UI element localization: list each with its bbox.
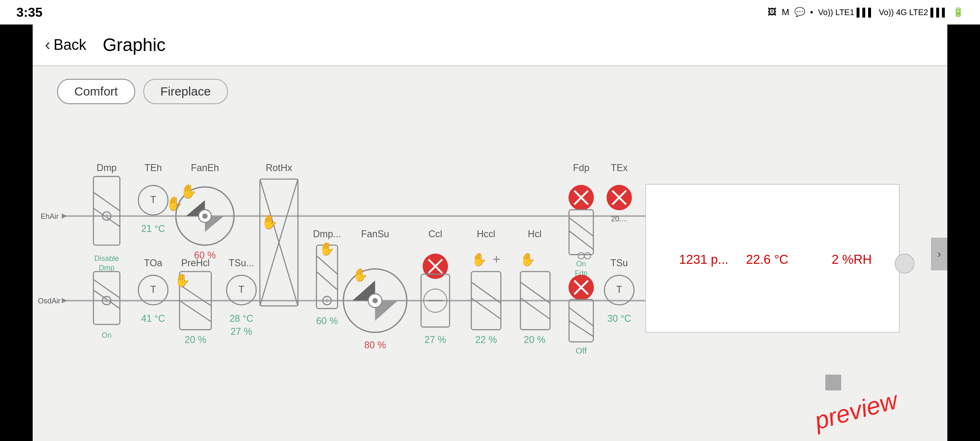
signal-lte2: Vo)) 4G LTE2 ▌▌▌: [879, 8, 948, 17]
hccl-value: 22 %: [475, 334, 497, 345]
small-scroll-indicator: [825, 374, 841, 390]
faneh-hand-icon: ✋: [180, 183, 197, 200]
fireplace-button[interactable]: Fireplace: [143, 79, 228, 104]
on-label-dmp: On: [102, 331, 111, 339]
photo-icon: 🖼: [768, 7, 777, 18]
status-time: 3:35: [16, 5, 42, 20]
scroll-indicator: [895, 254, 914, 273]
tsu-label: TSu...: [229, 258, 254, 268]
tex-value: 20....: [611, 215, 627, 223]
prehcl-value: 20 %: [185, 334, 206, 345]
svg-point-38: [372, 298, 378, 303]
teh-value: 21 °C: [141, 223, 165, 234]
info-value3: 2 %RH: [832, 252, 872, 267]
comfort-button[interactable]: Comfort: [57, 79, 135, 104]
tsu-value1: 28 °C: [229, 313, 253, 324]
back-button[interactable]: ‹ Back: [45, 36, 86, 54]
prehcl-hand-icon: ✋: [174, 273, 190, 288]
teh-T-icon: T: [150, 194, 156, 205]
ehair-label: EhAir: [40, 212, 58, 220]
fansu-label: FanSu: [361, 229, 389, 239]
dot-icon: •: [810, 7, 813, 18]
dmp2-label: Dmp...: [313, 229, 341, 239]
dmp2-hand-icon: ✋: [319, 241, 335, 256]
svg-point-33: [325, 299, 329, 302]
status-icons: 🖼 M 💬 • Vo)) LTE1 ▌▌▌ Vo)) 4G LTE2 ▌▌▌ 🔋: [768, 7, 964, 18]
teh-label: TEh: [145, 163, 162, 173]
chevron-right-icon: ›: [937, 247, 941, 261]
disable-dmp-label: Disable: [94, 254, 119, 263]
page-title: Graphic: [102, 35, 165, 55]
back-label: Back: [53, 36, 86, 53]
svg-point-9: [105, 214, 108, 218]
hcl-value: 20 %: [524, 334, 546, 345]
prehcl-label: PreHcl: [181, 258, 210, 268]
tsu-T-icon: T: [238, 284, 244, 295]
rothx-hand-icon: ✋: [261, 214, 278, 230]
fdp-on-label: On: [576, 260, 586, 268]
fansu-hand-icon: ✋: [352, 267, 368, 283]
svg-point-21: [202, 214, 207, 219]
tsu2-value: 30 °C: [607, 313, 631, 324]
hcl-hand-icon: ✋: [520, 252, 536, 267]
mail-icon: M: [782, 7, 789, 18]
tsu2-label: TSu: [610, 258, 628, 268]
content-area: Comfort Fireplace › EhAir OsdAir: [33, 67, 947, 441]
dmp-label: Dmp: [97, 163, 117, 173]
hccl-label: Hccl: [477, 229, 495, 239]
fdp-label: Fdp: [573, 163, 589, 173]
header: ‹ Back Graphic: [33, 24, 947, 65]
rothx-label: RotHx: [266, 163, 292, 173]
osdair-label: OsdAir: [38, 297, 60, 305]
hccl-plus-icon: +: [492, 252, 501, 267]
faneh-label: FanEh: [191, 163, 219, 173]
chat-icon: 💬: [794, 7, 805, 18]
ccl-label: Ccl: [428, 229, 442, 239]
svg-point-14: [105, 299, 108, 302]
hcl-label: Hcl: [528, 229, 542, 239]
info-value2: 22.6 °C: [746, 252, 788, 267]
fansu-value: 80 %: [364, 340, 386, 350]
hccl-hand-icon: ✋: [471, 252, 487, 267]
signal-lte1: Vo)) LTE1 ▌▌▌: [818, 8, 874, 17]
app-container: ‹ Back Graphic Comfort Fireplace ›: [33, 24, 947, 441]
tex-label: TEx: [611, 163, 628, 173]
diagram-container: EhAir OsdAir ExAir SuAir Dmp Disable: [33, 107, 931, 441]
tsu2-T-icon: T: [616, 284, 622, 295]
battery-icon: 🔋: [953, 7, 964, 18]
dmp2-value: 60 %: [316, 316, 338, 326]
fdp-off-label: Off: [576, 346, 587, 355]
toa-value: 41 °C: [141, 313, 165, 324]
right-panel-arrow[interactable]: ›: [931, 238, 947, 270]
toa-label: TOa: [144, 258, 163, 268]
info-value1: 1231 p...: [679, 252, 728, 267]
toa-T-icon: T: [150, 284, 156, 295]
hvac-diagram: EhAir OsdAir ExAir SuAir Dmp Disable: [33, 107, 931, 441]
ccl-value: 27 %: [425, 334, 446, 345]
mode-buttons: Comfort Fireplace: [57, 79, 228, 104]
status-bar: 3:35 🖼 M 💬 • Vo)) LTE1 ▌▌▌ Vo)) 4G LTE2 …: [0, 0, 980, 24]
back-arrow-icon: ‹: [45, 36, 50, 54]
disable-dmp-label2: Dmp: [99, 264, 114, 272]
tsu-value2: 27 %: [231, 326, 252, 337]
